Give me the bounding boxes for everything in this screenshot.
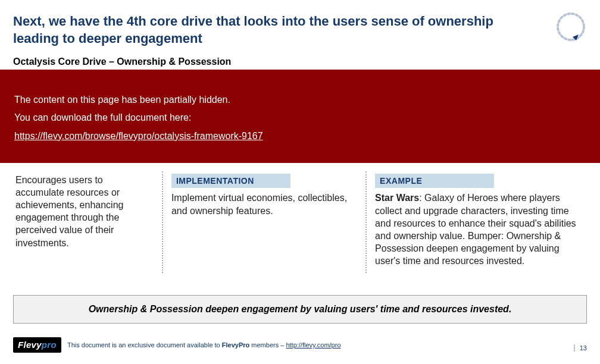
column-implementation-body: Implement virtual economies, collectible…: [171, 192, 357, 216]
column-implementation: IMPLEMENTATION Implement virtual economi…: [162, 171, 365, 273]
svg-point-0: [558, 14, 584, 40]
flevypro-logo: Flevypro: [13, 337, 61, 353]
overlay-line2: You can download the full document here:: [14, 109, 586, 127]
overlay-line1: The content on this page has been partia…: [14, 91, 586, 109]
overlay-link[interactable]: https://flevy.com/browse/flevypro/octaly…: [14, 131, 263, 141]
logo-accent: pro: [42, 340, 57, 350]
slide-title: Next, we have the 4th core drive that lo…: [13, 13, 537, 47]
footer-link[interactable]: http://flevy.com/pro: [286, 341, 340, 349]
slide-footer: Flevypro This document is an exclusive d…: [0, 337, 600, 353]
column-example-body: Star Wars: Galaxy of Heroes where player…: [375, 192, 579, 267]
column-description-body: Encourages users to accumulate resources…: [15, 174, 154, 249]
page-number: 13: [574, 344, 587, 352]
column-description: Encourages users to accumulate resources…: [13, 171, 162, 273]
content-columns: Encourages users to accumulate resources…: [13, 171, 587, 273]
column-example-header: EXAMPLE: [375, 174, 494, 188]
bumper-callout: Ownership & Possession deepen engagement…: [13, 295, 587, 324]
example-bold-prefix: Star Wars: [375, 193, 419, 203]
footer-bold: FlevyPro: [222, 341, 249, 349]
column-example: EXAMPLE Star Wars: Galaxy of Heroes wher…: [365, 171, 587, 273]
example-rest: : Galaxy of Heroes where players collect…: [375, 193, 576, 266]
footer-text: This document is an exclusive document a…: [67, 341, 341, 349]
footer-prefix: This document is an exclusive document a…: [67, 341, 222, 349]
footer-mid: members –: [249, 341, 286, 349]
slide-subtitle: Octalysis Core Drive – Ownership & Posse…: [13, 57, 583, 67]
logo-main: Flevy: [18, 340, 42, 350]
paywall-overlay: The content on this page has been partia…: [0, 70, 600, 163]
column-implementation-header: IMPLEMENTATION: [171, 174, 290, 188]
flevy-corner-icon: [555, 11, 587, 43]
